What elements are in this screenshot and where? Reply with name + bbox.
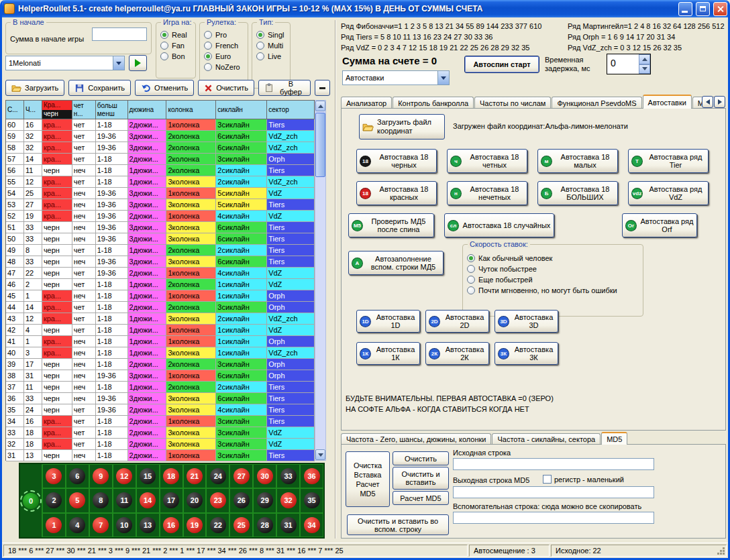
radio-euro[interactable]: Euro — [204, 52, 248, 60]
tab-scroll-right-button[interactable] — [714, 96, 725, 108]
autostake-2k-button[interactable]: 2КАвтоставка 2К — [425, 342, 489, 365]
radio-real[interactable]: Real — [160, 31, 195, 39]
roulette-number-14[interactable]: 14 — [140, 492, 156, 508]
roulette-number-35[interactable]: 35 — [304, 492, 320, 508]
autostake-18-random-button[interactable]: слАвтоставка 18 случайных — [444, 213, 554, 237]
undo-button[interactable]: Отменить — [135, 80, 194, 96]
roulette-number-5[interactable]: 5 — [69, 492, 85, 508]
radio-еще-побыстрей[interactable]: Еще побыстрей — [467, 276, 643, 284]
autostake-18-red-button[interactable]: 18Автоставка 18 красных — [356, 181, 437, 205]
roulette-number-32[interactable]: 32 — [280, 492, 297, 508]
roulette-number-18[interactable]: 18 — [163, 468, 179, 484]
autostake-2d-button[interactable]: 2DАвтоставка 2D — [425, 310, 489, 333]
autostake-18-big-button[interactable]: БАвтоставка 18 БОЛЬШИХ — [537, 181, 618, 205]
roulette-number-2[interactable]: 2 — [46, 492, 62, 508]
roulette-number-4[interactable]: 4 — [69, 517, 85, 533]
autostake-orf-row-button[interactable]: OrАвтоставка ряд Orf — [622, 213, 697, 237]
profile-combo[interactable]: 1Melonati — [5, 56, 125, 70]
radio-french[interactable]: French — [204, 42, 248, 50]
scroll-up-button[interactable] — [315, 101, 325, 111]
roulette-number-27[interactable]: 27 — [233, 468, 250, 484]
autostakes-mode-combo[interactable]: Автоставки — [342, 70, 450, 85]
md5-clear-button[interactable]: Очистить — [393, 451, 449, 465]
roulette-number-22[interactable]: 22 — [210, 517, 226, 533]
md5-clear-and-paste-button[interactable]: Очистить и вставить — [393, 467, 449, 490]
resize-grip[interactable] — [723, 553, 725, 555]
play-button[interactable] — [129, 55, 147, 71]
roulette-number-10[interactable]: 10 — [116, 517, 132, 533]
radio-singl[interactable]: Singl — [256, 31, 290, 39]
roulette-number-31[interactable]: 31 — [280, 517, 297, 533]
md5-clear-paste-helper-button[interactable]: Очистить и вставить во вспом. строку — [347, 514, 449, 535]
check-md5-after-spin-button[interactable]: М5Проверить МД5 после спина — [348, 213, 434, 237]
maximize-button[interactable] — [696, 2, 710, 16]
register-checkbox[interactable] — [543, 475, 552, 484]
mode-combo-dropdown-icon[interactable] — [437, 71, 449, 85]
tab-частоты-по-числам[interactable]: Частоты по числам — [474, 97, 551, 109]
roulette-number-30[interactable]: 30 — [257, 468, 273, 484]
roulette-number-13[interactable]: 13 — [140, 517, 156, 533]
md5-calc-button[interactable]: Расчет MD5 — [393, 491, 449, 505]
roulette-number-23[interactable]: 23 — [210, 492, 226, 508]
radio-fan[interactable]: Fan — [160, 42, 195, 50]
autostake-1d-button[interactable]: 1DАвтоставка 1D — [356, 310, 420, 333]
autofill-md5-helper-button[interactable]: А Автозаполнение вспом. строки МД5 — [348, 251, 444, 275]
roulette-number-12[interactable]: 12 — [116, 468, 132, 484]
tab-частота-zero-шансы-дюжины-колонки[interactable]: Частота - Zero, шансы, дюжины, колонки — [341, 433, 491, 445]
autostake-18-small-button[interactable]: мАвтоставка 18 малых — [537, 149, 618, 173]
roulette-number-11[interactable]: 11 — [116, 492, 132, 508]
autostake-3d-button[interactable]: 3DАвтоставка 3D — [494, 310, 558, 333]
roulette-number-7[interactable]: 7 — [93, 517, 109, 533]
autostake-vdz-row-button[interactable]: vdzАвтоставка ряд VdZ — [628, 181, 709, 205]
scrollbar-thumb[interactable] — [315, 113, 325, 177]
start-sum-input[interactable] — [92, 27, 147, 41]
roulette-number-6[interactable]: 6 — [69, 468, 85, 484]
radio-pro[interactable]: Pro — [204, 31, 248, 39]
tab-анализатор[interactable]: Анализатор — [341, 97, 392, 109]
autostake-tier-row-button[interactable]: TАвтоставка ряд Tier — [628, 149, 709, 173]
table-scrollbar[interactable] — [315, 100, 326, 461]
roulette-number-8[interactable]: 8 — [93, 492, 109, 508]
minimize-button[interactable] — [678, 2, 692, 16]
md5-clear-paste-calc-button[interactable]: Очистка Вставка Расчет MD5 — [346, 451, 390, 507]
roulette-number-1[interactable]: 1 — [46, 517, 62, 533]
autostake-3k-button[interactable]: 3КАвтоставка 3К — [494, 342, 558, 365]
autostake-18-even-button[interactable]: чАвтоставка 18 четных — [447, 149, 527, 173]
radio-nozero[interactable]: NoZero — [204, 63, 248, 71]
roulette-number-29[interactable]: 29 — [257, 492, 273, 508]
autospin-start-button[interactable]: Автоспин старт — [464, 56, 539, 73]
roulette-number-28[interactable]: 28 — [257, 517, 273, 533]
close-button[interactable] — [713, 2, 727, 16]
tab-автоставки[interactable]: Автоставки — [643, 95, 692, 109]
roulette-number-25[interactable]: 25 — [233, 517, 250, 533]
delay-spinner[interactable]: 0 — [607, 54, 651, 74]
roulette-number-17[interactable]: 17 — [163, 492, 179, 508]
tab-scroll-left-button[interactable] — [702, 96, 713, 108]
roulette-number-34[interactable]: 34 — [304, 517, 320, 533]
radio-почти-мгновенно-но-могут-быть-ошибки[interactable]: Почти мгновенно, но могут быть ошибки — [467, 286, 643, 294]
combo-dropdown-icon[interactable] — [113, 56, 124, 70]
radio-как-обычный-человек[interactable]: Как обычный человек — [467, 254, 643, 262]
roulette-number-24[interactable]: 24 — [210, 468, 226, 484]
md5-output-input[interactable] — [453, 486, 654, 498]
md5-helper-input[interactable] — [453, 512, 654, 524]
scroll-down-button[interactable] — [315, 449, 325, 460]
radio-чуток-побыстрее[interactable]: Чуток побыстрее — [467, 265, 643, 273]
load-button[interactable]: Загрузить — [5, 80, 64, 96]
spinner-down-button[interactable] — [639, 64, 650, 74]
tab-контроль-банкролла[interactable]: Контроль банкролла — [393, 97, 474, 109]
autostake-1k-button[interactable]: 1КАвтоставка 1К — [356, 342, 420, 365]
roulette-number-33[interactable]: 33 — [280, 468, 297, 484]
roulette-number-36[interactable]: 36 — [304, 468, 320, 484]
radio-live[interactable]: Live — [256, 52, 290, 60]
tab-md5[interactable]: MD5 — [601, 432, 627, 445]
save-button[interactable]: Сохранить — [68, 80, 131, 96]
copy-to-buffer-button[interactable]: В буфер — [258, 80, 311, 96]
tab-частота-сиклайны-сектора[interactable]: Частота - сиклайны, сектора — [492, 433, 601, 445]
roulette-number-16[interactable]: 16 — [163, 517, 179, 533]
load-coords-file-button[interactable]: Загрузить файл координат — [359, 114, 445, 139]
roulette-number-15[interactable]: 15 — [140, 468, 156, 484]
autostake-18-odd-button[interactable]: нАвтоставка 18 нечетных — [447, 181, 527, 205]
collapse-button[interactable] — [315, 80, 330, 96]
spinner-up-button[interactable] — [639, 54, 650, 64]
